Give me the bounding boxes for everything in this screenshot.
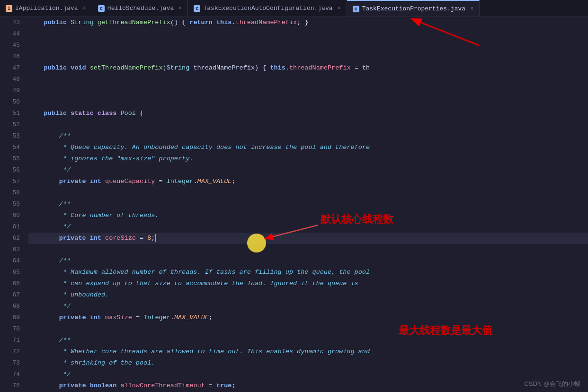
line-num-72: 72 bbox=[0, 346, 20, 357]
code-area[interactable]: public String getThreadNamePrefix() { re… bbox=[25, 17, 588, 392]
line-num-50: 50 bbox=[0, 96, 20, 108]
line-num-51: 51▼ bbox=[0, 108, 20, 119]
code-line-54: * Queue capacity. An unbounded capacity … bbox=[28, 142, 588, 153]
line-num-75: 75 bbox=[0, 380, 20, 392]
code-line-58 bbox=[28, 187, 588, 199]
code-line-53: /** bbox=[28, 131, 588, 142]
line-num-59: 59 bbox=[0, 199, 20, 210]
code-line-59: /** bbox=[28, 199, 588, 210]
code-line-63 bbox=[28, 244, 588, 255]
tab-close-2[interactable]: × bbox=[178, 5, 182, 12]
editor: 43 44 45 46 47 48 49 50 51▼ 52 53 54 55 … bbox=[0, 17, 588, 392]
code-line-72: * Whether core threads are allowed to ti… bbox=[28, 346, 588, 357]
line-num-48: 48 bbox=[0, 74, 20, 85]
line-num-71: 71 bbox=[0, 335, 20, 346]
line-num-68: 68▼ bbox=[0, 301, 20, 312]
code-line-57: private int queueCapacity = Integer.MAX_… bbox=[28, 176, 588, 187]
code-line-62: private int coreSize = 8; bbox=[28, 233, 588, 244]
line-num-65: 65 bbox=[0, 267, 20, 278]
code-line-75: private boolean allowCoreThreadTimeout =… bbox=[28, 380, 588, 392]
code-line-60: * Core number of threads. bbox=[28, 210, 588, 221]
line-num-52: 52 bbox=[0, 119, 20, 131]
line-num-61: 61 bbox=[0, 221, 20, 233]
line-num-53: 53 bbox=[0, 131, 20, 142]
code-line-47: public void setThreadNamePrefix(String t… bbox=[28, 62, 588, 74]
code-line-70 bbox=[28, 323, 588, 335]
tab-iapplication[interactable]: I IApplication.java × bbox=[0, 0, 92, 17]
line-num-58: 58 bbox=[0, 187, 20, 199]
code-line-49 bbox=[28, 85, 588, 96]
tab-helloschedule[interactable]: c HelloSchedule.java × bbox=[92, 0, 188, 17]
tab-label-2: HelloSchedule.java bbox=[107, 5, 174, 12]
line-num-43: 43 bbox=[0, 17, 20, 28]
code-line-50 bbox=[28, 96, 588, 108]
line-num-49: 49 bbox=[0, 85, 20, 96]
attribution-text: CSDN @会飞的小蜗 bbox=[524, 380, 580, 388]
line-num-45: 45 bbox=[0, 40, 20, 51]
code-line-68: */ bbox=[28, 301, 588, 312]
line-num-54: 54 bbox=[0, 142, 20, 153]
code-line-52 bbox=[28, 119, 588, 131]
line-num-69: 69 bbox=[0, 312, 20, 323]
code-line-73: * shrinking of the pool. bbox=[28, 357, 588, 369]
code-line-74: */ bbox=[28, 369, 588, 380]
line-num-64: 64▼ bbox=[0, 255, 20, 267]
line-num-46: 46 bbox=[0, 51, 20, 62]
code-editor-container[interactable]: public String getThreadNamePrefix() { re… bbox=[25, 17, 588, 392]
code-line-64: /** bbox=[28, 255, 588, 267]
tab-icon-orange: I bbox=[6, 5, 12, 12]
tab-close-1[interactable]: × bbox=[83, 5, 86, 12]
tab-taskexecutionauto[interactable]: c TaskExecutionAutoConfiguration.java × bbox=[188, 0, 347, 17]
line-num-56: 56 bbox=[0, 165, 20, 176]
code-line-56: */ bbox=[28, 165, 588, 176]
tab-icon-blue-1: c bbox=[98, 5, 105, 12]
code-line-65: * Maximum allowed number of threads. If … bbox=[28, 267, 588, 278]
line-num-47: 47 bbox=[0, 62, 20, 74]
code-line-51: public static class Pool { bbox=[28, 108, 588, 119]
line-num-70: 70 bbox=[0, 323, 20, 335]
code-line-43: public String getThreadNamePrefix() { re… bbox=[28, 17, 588, 28]
tab-icon-blue-3: c bbox=[353, 6, 359, 12]
code-line-71: /** bbox=[28, 335, 588, 346]
tab-icon-blue-2: c bbox=[194, 5, 200, 12]
line-num-63: 63 bbox=[0, 244, 20, 255]
code-line-44 bbox=[28, 28, 588, 40]
tab-close-3[interactable]: × bbox=[338, 5, 341, 12]
tab-bar: I IApplication.java × c HelloSchedule.ja… bbox=[0, 0, 588, 17]
code-line-61: */ bbox=[28, 221, 588, 233]
tab-close-4[interactable]: × bbox=[470, 6, 473, 12]
line-num-66: 66 bbox=[0, 278, 20, 289]
line-num-60: 60 bbox=[0, 210, 20, 221]
line-num-57: 57 bbox=[0, 176, 20, 187]
code-line-48 bbox=[28, 74, 588, 85]
line-numbers: 43 44 45 46 47 48 49 50 51▼ 52 53 54 55 … bbox=[0, 17, 25, 392]
line-num-67: 67 bbox=[0, 289, 20, 301]
tab-label-3: TaskExecutionAutoConfiguration.java bbox=[203, 5, 332, 12]
line-num-62: 62 bbox=[0, 233, 20, 244]
code-line-69: private int maxSize = Integer.MAX_VALUE; bbox=[28, 312, 588, 323]
code-line-45 bbox=[28, 40, 588, 51]
code-line-55: * ignores the "max-size" property. bbox=[28, 153, 588, 165]
line-num-44: 44 bbox=[0, 28, 20, 40]
code-line-46 bbox=[28, 51, 588, 62]
tab-taskexecutionprops[interactable]: c TaskExecutionProperties.java × bbox=[347, 0, 480, 17]
line-num-74: 74 bbox=[0, 369, 20, 380]
line-num-73: 73 bbox=[0, 357, 20, 369]
tab-label-1: IApplication.java bbox=[15, 5, 78, 12]
tab-label-4: TaskExecutionProperties.java bbox=[362, 5, 465, 12]
code-line-66: * can expand up to that size to accommod… bbox=[28, 278, 588, 289]
code-line-67: * unbounded. bbox=[28, 289, 588, 301]
line-num-55: 55 bbox=[0, 153, 20, 165]
